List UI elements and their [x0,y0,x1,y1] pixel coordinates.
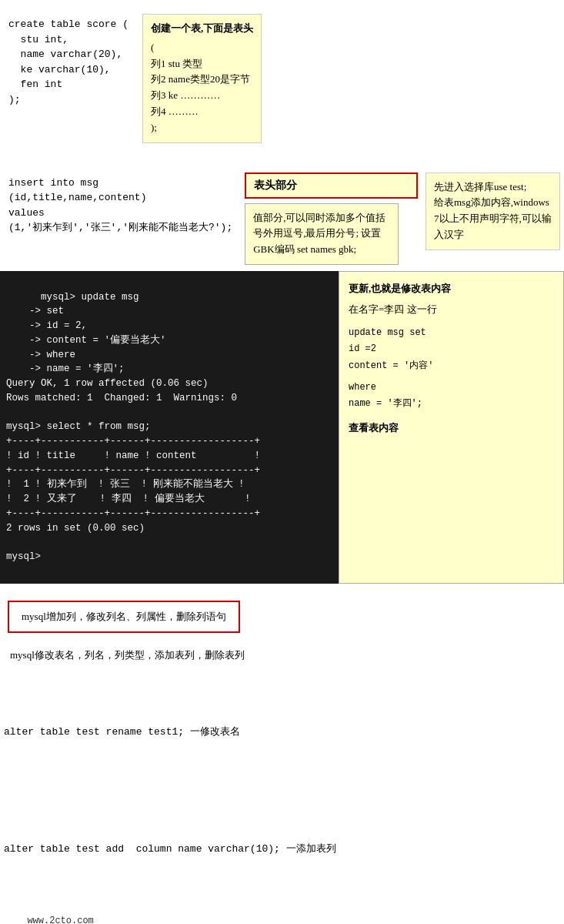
alter-title: mysql修改表名，列名，列类型，添加表列，删除表列 [4,645,560,665]
create-annotation-body: ( 列1 stu 类型 列2 name类型20是字节 列3 ke ………… 列4… [151,40,253,136]
update-cmd1: update msg set [349,325,554,342]
update-line3: 查看表内容 [349,419,554,437]
page-container: create table score ( stu int, name varch… [0,0,564,924]
update-annotation: 更新,也就是修改表内容 在名字=李四 这一行 update msg set id… [339,271,564,584]
insert-values-label: 值部分,可以同时添加多个值括号外用逗号,最后用分号; 设置GBK编码 set n… [245,203,399,265]
insert-use-annotation: 先进入选择库use test; 给表msg添加内容,windows 7以上不用声… [426,172,560,250]
update-cmd5: name = '李四'; [349,396,554,413]
create-annotation-title: 创建一个表,下面是表头 [151,21,253,37]
section-alter: alter table test rename test1; 一修改表名 alt… [0,670,564,924]
terminal-block: mysql> update msg -> set -> id = 2, -> c… [0,271,339,584]
insert-annotations: 表头部分 值部分,可以同时添加多个值括号外用逗号,最后用分号; 设置GBK编码 … [245,172,418,265]
section-insert: insert into msg (id,title,name,content) … [0,172,564,265]
sqlbox: mysql增加列，修改列名、列属性，删除列语句 [8,601,240,633]
alter-cmd-0: alter table test rename test1; 一修改表名 [4,721,560,744]
alter-cmd-www: www.2cto.com [4,911,560,924]
alter-cmd-1: alter table test add column name varchar… [4,838,560,861]
insert-code: insert into msg (id,title,name,content) … [4,172,237,239]
alter-title-label: mysql修改表名，列名，列类型，添加表列，删除表列 [10,649,245,661]
section-terminal: mysql> update msg -> set -> id = 2, -> c… [0,271,564,584]
create-code: create table score ( stu int, name varch… [4,14,135,110]
section-sqlbox: mysql增加列，修改列名、列属性，删除列语句 [4,593,560,641]
terminal-content: mysql> update msg -> set -> id = 2, -> c… [6,292,260,563]
update-line2: 在名字=李四 这一行 [349,300,554,318]
update-cmd3: content = '内容' [349,358,554,375]
section-create: create table score ( stu int, name varch… [0,8,564,149]
update-cmd2: id =2 [349,341,554,358]
insert-top-row: insert into msg (id,title,name,content) … [4,172,560,265]
insert-header-label: 表头部分 [245,172,418,199]
sqlbox-label: mysql增加列，修改列名、列属性，删除列语句 [22,611,226,622]
update-cmd4: where [349,380,554,397]
update-line1: 更新,也就是修改表内容 [349,280,554,297]
create-annotation: 创建一个表,下面是表头 ( 列1 stu 类型 列2 name类型20是字节 列… [142,14,262,143]
